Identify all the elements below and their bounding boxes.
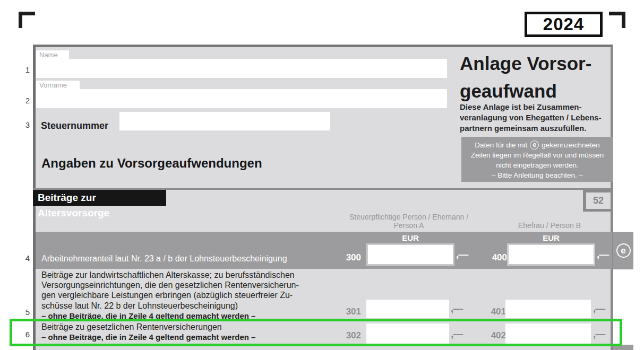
- info-box-line3: nicht eingetragen werden.: [461, 160, 613, 170]
- row-number-2: 2: [18, 96, 30, 105]
- row4-decimal-b: ,—: [597, 249, 608, 260]
- row5-label-line1: Beiträge zur landwirtschaftlichen Alters…: [41, 270, 299, 280]
- row5-amount-input-b[interactable]: [505, 300, 591, 318]
- currency-label-b: EUR: [507, 233, 595, 242]
- form-subtitle-line2: veranlagung von Ehegatten / Lebens-: [460, 112, 619, 123]
- column-header-person-a-line2: Person A: [340, 221, 478, 230]
- row5-code-b: 401: [478, 307, 506, 317]
- row5-code-a: 301: [333, 307, 361, 317]
- section-heading: Angaben zu Vorsorgeaufwendungen: [41, 156, 262, 171]
- steuernummer-label: Steuernummer: [41, 120, 108, 132]
- row5-label-line3: gen vergleichbare Leistungen erbringen (…: [41, 290, 299, 300]
- form-page: 2024 1 2 3 4 5 6 Name Vorname Steuernumm…: [0, 0, 644, 350]
- year-label: 2024: [543, 14, 584, 34]
- vorname-field-label: Vorname: [36, 81, 80, 89]
- crop-mark-top-left: [19, 12, 35, 28]
- row4-code-b: 400: [479, 252, 507, 263]
- row4-code-a: 300: [333, 252, 361, 263]
- column-header-person-a: Steuerpflichtige Person / Ehemann / Pers…: [340, 213, 478, 230]
- row-number-4: 4: [18, 253, 30, 262]
- currency-label-a: EUR: [366, 233, 454, 242]
- page-code: 52: [586, 192, 611, 209]
- row4-amount-input-b[interactable]: [507, 243, 595, 266]
- row4-e-marker-tab: e: [613, 232, 633, 269]
- form-subtitle-line3: partnern gemeinsam auszufüllen.: [460, 123, 619, 134]
- form-title-line2: geaufwand: [460, 77, 619, 105]
- info-box-line1-post: gekennzeichneten: [542, 140, 600, 150]
- vorname-input[interactable]: [36, 89, 447, 108]
- row6-highlight-rectangle: [10, 319, 622, 346]
- name-input[interactable]: [36, 59, 447, 78]
- info-box-line1: Daten für die mit e gekennzeichneten: [461, 140, 613, 150]
- row-number-5: 5: [18, 308, 30, 317]
- form-subtitle: Diese Anlage ist bei Zusammen- veranlagu…: [460, 102, 619, 134]
- column-header-person-b: Ehefrau / Person B: [502, 221, 597, 230]
- row5-label-line2: Versorgungseinrichtungen, die den gesetz…: [41, 280, 299, 290]
- e-marker-icon: e: [616, 243, 631, 258]
- column-header-person-a-line1: Steuerpflichtige Person / Ehemann /: [340, 213, 478, 221]
- crop-mark-top-right: [609, 12, 625, 28]
- row4-decimal-a: ,—: [456, 249, 468, 260]
- row5-label-line4: schüsse laut Nr. 22 b der Lohnsteuerbesc…: [41, 301, 299, 311]
- row5-amount-input-a[interactable]: [366, 300, 449, 318]
- form-title: Anlage Vorsor- geaufwand: [460, 50, 619, 105]
- steuernummer-input[interactable]: [119, 112, 330, 130]
- name-field-label: Name: [36, 50, 69, 59]
- info-box-line4: – Bitte Anleitung beachten. –: [461, 170, 613, 180]
- year-badge: 2024: [525, 12, 603, 37]
- row-number-1: 1: [18, 65, 30, 74]
- row5-label: Beiträge zur landwirtschaftlichen Alters…: [41, 270, 299, 321]
- info-box: Daten für die mit e gekennzeichneten Zei…: [461, 137, 613, 182]
- row4-amount-input-a[interactable]: [366, 243, 454, 266]
- form-title-line1: Anlage Vorsor-: [460, 50, 619, 77]
- row-number-3: 3: [18, 120, 30, 129]
- subsection-header: Beiträge zur Altersvorsorge: [33, 190, 166, 206]
- row5-decimal-a: ,—: [451, 303, 462, 314]
- form-subtitle-line1: Diese Anlage ist bei Zusammen-: [460, 102, 619, 112]
- e-circle-icon: e: [530, 141, 539, 150]
- row4-label: Arbeitnehmeranteil laut Nr. 23 a / b der…: [41, 254, 287, 264]
- info-box-line1-pre: Daten für die mit: [475, 140, 527, 150]
- info-box-line2: Zeilen liegen im Regelfall vor und müsse…: [461, 150, 613, 160]
- row5-decimal-b: ,—: [593, 303, 605, 314]
